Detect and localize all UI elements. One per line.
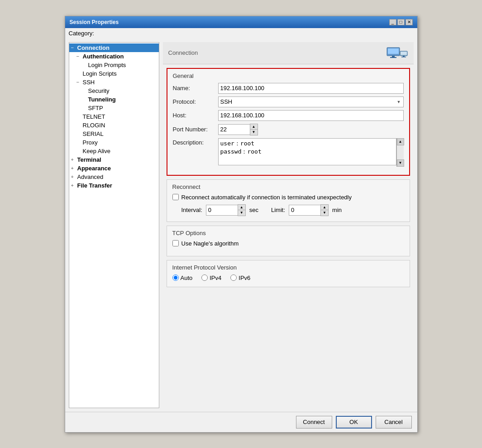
ok-button[interactable]: OK	[336, 416, 372, 429]
title-buttons: _ □ ✕	[389, 19, 413, 25]
protocol-select[interactable]: SSH TELNET RLOGIN SERIAL	[218, 96, 404, 107]
limit-increment-button[interactable]: ▲	[321, 205, 328, 210]
protocol-row: Protocol: SSH TELNET RLOGIN SERIAL	[173, 96, 404, 107]
tcp-title: TCP Options	[172, 230, 404, 236]
reconnect-checkbox[interactable]	[172, 194, 179, 200]
content-area: Connection General	[163, 42, 414, 408]
radio-ipv6-input[interactable]	[230, 275, 237, 281]
sidebar-item-login-prompts[interactable]: Login Prompts	[69, 61, 159, 69]
maximize-button[interactable]: □	[397, 19, 405, 25]
host-input[interactable]	[218, 110, 404, 121]
close-button[interactable]: ✕	[406, 19, 413, 25]
tree-label: Authentication	[83, 53, 124, 60]
tree-label: TELNET	[83, 113, 105, 120]
tree-label: Security	[88, 87, 110, 94]
sidebar-item-sftp[interactable]: SFTP	[69, 104, 159, 112]
radio-ipv4: IPv4	[201, 275, 221, 281]
tree-expand-icon: +	[71, 165, 76, 171]
radio-ipv6-label: IPv6	[239, 275, 250, 281]
tree-label: SFTP	[88, 105, 103, 111]
sidebar-item-keep-alive[interactable]: Keep Alive	[69, 147, 159, 155]
sidebar-item-login-scripts[interactable]: Login Scripts	[69, 69, 159, 78]
name-input[interactable]	[218, 83, 404, 94]
sidebar-item-proxy[interactable]: Proxy	[69, 138, 159, 147]
name-control	[218, 83, 404, 94]
limit-spinner: ▲ ▼	[289, 204, 329, 216]
interval-decrement-button[interactable]: ▼	[238, 210, 245, 216]
scroll-down-button[interactable]: ▼	[397, 159, 404, 167]
radio-auto-input[interactable]	[172, 275, 179, 281]
limit-input[interactable]	[289, 205, 320, 216]
general-panel: General Name: Protocol:	[167, 68, 410, 176]
tree-label: Appearance	[77, 165, 111, 172]
svg-rect-3	[390, 57, 396, 58]
sidebar-item-ssh[interactable]: −SSH	[69, 78, 159, 87]
general-title: General	[173, 72, 404, 79]
nagle-label: Use Nagle's algorithm	[181, 240, 239, 247]
connect-button[interactable]: Connect	[296, 416, 332, 429]
desc-label: Description:	[173, 138, 218, 146]
tree-label: Keep Alive	[83, 148, 110, 154]
nagle-row: Use Nagle's algorithm	[172, 240, 404, 247]
network-icon	[387, 45, 408, 61]
sidebar-item-terminal[interactable]: +Terminal	[69, 155, 159, 164]
interval-input[interactable]	[206, 205, 238, 216]
dialog-footer: Connect OK Cancel	[65, 412, 417, 432]
tree-expand-icon: +	[71, 183, 76, 188]
port-input[interactable]	[218, 124, 250, 135]
limit-decrement-button[interactable]: ▼	[321, 210, 328, 216]
dialog-body: −Connection−AuthenticationLogin PromptsL…	[65, 39, 417, 412]
sidebar-item-serial[interactable]: SERIAL	[69, 130, 159, 138]
sidebar-item-appearance[interactable]: +Appearance	[69, 164, 159, 173]
session-properties-dialog: Session Properties _ □ ✕ Category: −Conn…	[65, 16, 418, 433]
nagle-checkbox[interactable]	[172, 240, 179, 246]
sidebar-item-rlogin[interactable]: RLOGIN	[69, 121, 159, 130]
name-row: Name:	[173, 83, 404, 94]
tree-label: SERIAL	[83, 130, 104, 137]
dialog-title: Session Properties	[70, 19, 119, 25]
host-row: Host:	[173, 110, 404, 121]
radio-auto-label: Auto	[181, 275, 193, 281]
port-label: Port Number:	[173, 126, 218, 133]
interval-spin-buttons: ▲ ▼	[238, 204, 246, 216]
desc-textarea-wrapper: ▲ ▼	[218, 138, 404, 167]
port-increment-button[interactable]: ▲	[250, 124, 258, 130]
tree-label: Tunneling	[88, 96, 116, 103]
desc-control: ▲ ▼	[218, 138, 404, 167]
tree-label: Login Prompts	[88, 62, 126, 68]
reconnect-checkbox-row: Reconnect automatically if connection is…	[172, 194, 404, 201]
content-panels: General Name: Protocol:	[163, 64, 414, 408]
protocol-control: SSH TELNET RLOGIN SERIAL	[218, 96, 404, 107]
host-control	[218, 110, 404, 121]
sidebar-item-security[interactable]: Security	[69, 87, 159, 95]
minimize-button[interactable]: _	[389, 19, 396, 25]
reconnect-panel: Reconnect Reconnect automatically if con…	[167, 179, 410, 222]
limit-label: Limit:	[271, 207, 285, 213]
sidebar-item-connection[interactable]: −Connection	[69, 43, 159, 52]
radio-ipv6: IPv6	[230, 275, 250, 281]
scroll-up-button[interactable]: ▲	[397, 138, 404, 145]
sidebar-item-tunneling[interactable]: Tunneling	[69, 95, 159, 104]
tree-label: Advanced	[77, 173, 104, 180]
radio-ipv4-label: IPv4	[210, 275, 221, 281]
content-title: Connection	[168, 49, 198, 56]
sidebar-item-authentication[interactable]: −Authentication	[69, 52, 159, 61]
category-label: Category:	[65, 28, 417, 39]
protocol-select-wrapper: SSH TELNET RLOGIN SERIAL	[218, 96, 404, 107]
sidebar-item-advanced[interactable]: +Advanced	[69, 173, 159, 181]
svg-rect-2	[392, 56, 395, 57]
reconnect-label: Reconnect automatically if connection is…	[181, 194, 352, 201]
tree-expand-icon: −	[71, 45, 76, 50]
interval-increment-button[interactable]: ▲	[238, 205, 245, 210]
cancel-button[interactable]: Cancel	[376, 416, 412, 429]
radio-ipv4-input[interactable]	[201, 275, 208, 281]
desc-textarea[interactable]	[218, 138, 396, 165]
tree-label: Login Scripts	[83, 70, 117, 77]
port-row: Port Number: ▲ ▼	[173, 124, 404, 135]
svg-rect-7	[401, 57, 406, 58]
sidebar-item-file-transfer[interactable]: +File Transfer	[69, 181, 159, 190]
sidebar-item-telnet[interactable]: TELNET	[69, 112, 159, 121]
port-decrement-button[interactable]: ▼	[250, 130, 258, 135]
desc-scrollbar[interactable]: ▲ ▼	[396, 138, 404, 167]
tree-expand-icon: +	[71, 157, 76, 162]
